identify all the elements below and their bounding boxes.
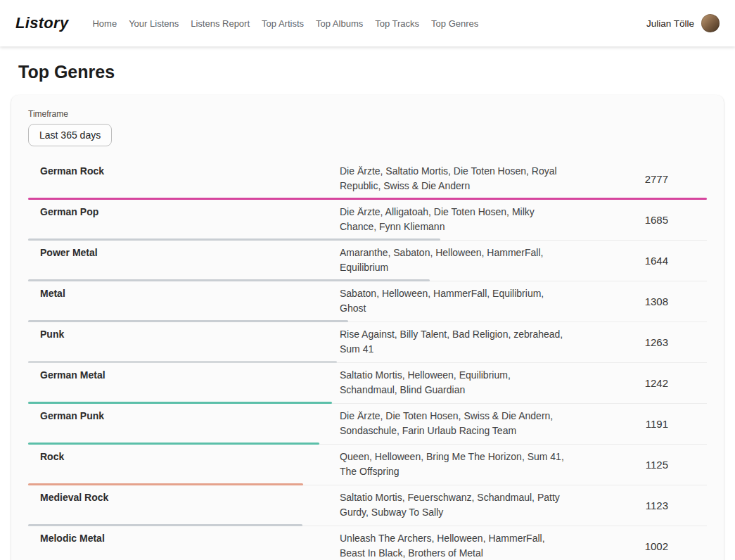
nav-item-top-tracks[interactable]: Top Tracks — [375, 18, 419, 29]
genre-row: German Metal Saltatio Mortis, Helloween,… — [28, 363, 707, 404]
genre-artists: Sabaton, Helloween, HammerFall, Equilibr… — [340, 286, 579, 316]
page-content: Top Genres Timeframe Last 365 days Germa… — [0, 62, 735, 560]
genre-count: 1685 — [579, 214, 707, 226]
genre-row: Medieval Rock Saltatio Mortis, Feuerschw… — [28, 485, 707, 526]
nav-item-top-artists[interactable]: Top Artists — [262, 18, 304, 29]
genre-count: 1644 — [579, 255, 707, 267]
genre-artists: Saltatio Mortis, Helloween, Equilibrium,… — [340, 368, 579, 397]
nav-item-listens-report[interactable]: Listens Report — [191, 18, 250, 29]
nav-item-home[interactable]: Home — [92, 18, 117, 29]
genre-name: Power Metal — [40, 246, 340, 258]
page-title: Top Genres — [18, 62, 717, 82]
genre-row: German Rock Die Ärzte, Saltatio Mortis, … — [28, 159, 707, 200]
user-avatar[interactable] — [701, 14, 720, 32]
genre-artists: Saltatio Mortis, Feuerschwanz, Schandmau… — [340, 490, 579, 520]
top-navigation-bar: Listory Home Your Listens Listens Report… — [0, 0, 735, 46]
genre-count: 1125 — [579, 459, 707, 471]
genre-count: 1002 — [579, 540, 707, 552]
genre-artists: Unleash The Archers, Helloween, HammerFa… — [340, 531, 579, 560]
genre-row: Melodic Metal Unleash The Archers, Hello… — [28, 526, 707, 560]
nav-item-top-genres[interactable]: Top Genres — [431, 18, 478, 29]
genre-name: German Punk — [40, 409, 340, 421]
genre-artists: Queen, Helloween, Bring Me The Horizon, … — [340, 450, 579, 479]
main-nav: Home Your Listens Listens Report Top Art… — [92, 18, 646, 29]
genre-name: Punk — [40, 327, 340, 340]
genre-name: Metal — [40, 286, 340, 299]
genre-row: German Punk Die Ärzte, Die Toten Hosen, … — [28, 404, 707, 445]
genre-artists: Amaranthe, Sabaton, Helloween, HammerFal… — [340, 246, 579, 275]
genre-row: Metal Sabaton, Helloween, HammerFall, Eq… — [28, 281, 707, 322]
nav-item-top-albums[interactable]: Top Albums — [316, 18, 363, 29]
top-genres-card: Timeframe Last 365 days German Rock Die … — [11, 95, 724, 560]
user-name: Julian Tölle — [646, 18, 694, 29]
genre-name: Rock — [40, 450, 340, 462]
timeframe-label: Timeframe — [28, 109, 707, 119]
genre-count: 2777 — [579, 173, 707, 185]
genre-name: German Rock — [40, 164, 340, 177]
genre-name: German Metal — [40, 368, 340, 381]
genre-row: Rock Queen, Helloween, Bring Me The Hori… — [28, 445, 707, 485]
genre-artists: Die Ärzte, Die Toten Hosen, Swiss & Die … — [340, 409, 579, 438]
app-logo[interactable]: Listory — [15, 14, 68, 32]
genre-count: 1123 — [579, 499, 707, 511]
genre-table: German Rock Die Ärzte, Saltatio Mortis, … — [28, 159, 707, 560]
genre-count: 1308 — [579, 295, 707, 307]
genre-count: 1263 — [579, 336, 707, 348]
genre-name: Medieval Rock — [40, 490, 340, 503]
genre-row: German Pop Die Ärzte, Alligatoah, Die To… — [28, 200, 707, 241]
genre-artists: Die Ärzte, Alligatoah, Die Toten Hosen, … — [340, 205, 579, 234]
genre-row: Power Metal Amaranthe, Sabaton, Hellowee… — [28, 241, 707, 281]
genre-count: 1242 — [579, 377, 707, 389]
genre-row: Punk Rise Against, Billy Talent, Bad Rel… — [28, 322, 707, 363]
genre-name: German Pop — [40, 205, 340, 217]
nav-item-your-listens[interactable]: Your Listens — [129, 18, 179, 29]
genre-name: Melodic Metal — [40, 531, 340, 544]
timeframe-select-button[interactable]: Last 365 days — [28, 124, 112, 146]
genre-count: 1191 — [579, 418, 707, 430]
genre-artists: Rise Against, Billy Talent, Bad Religion… — [340, 327, 579, 357]
genre-artists: Die Ärzte, Saltatio Mortis, Die Toten Ho… — [340, 164, 579, 193]
user-area: Julian Tölle — [646, 14, 720, 32]
